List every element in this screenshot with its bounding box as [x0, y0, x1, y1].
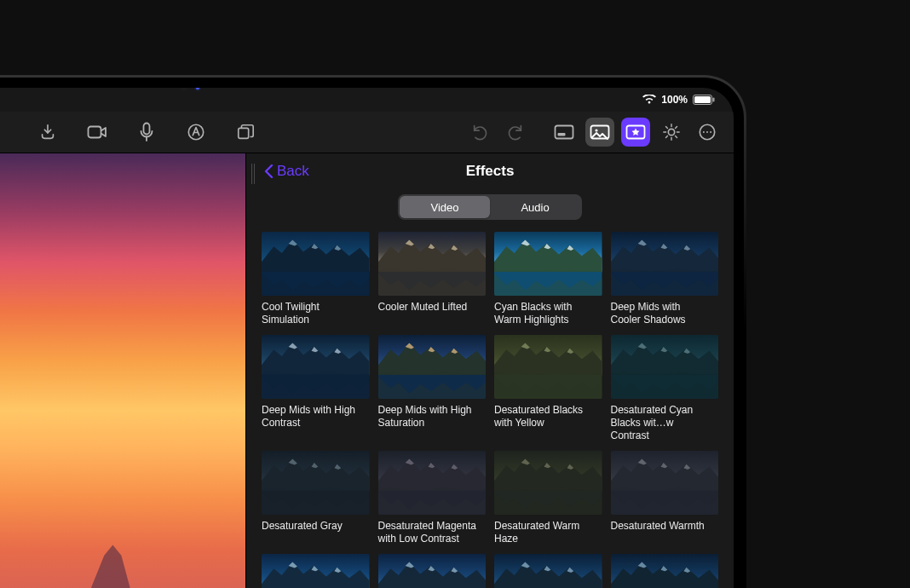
screen: 100%	[0, 88, 734, 588]
effect-thumbnail[interactable]	[611, 451, 719, 515]
effect-cell[interactable]: Desaturated Warmth	[611, 451, 719, 545]
svg-rect-4	[144, 124, 150, 135]
svg-point-12	[668, 129, 674, 135]
chevron-left-icon	[263, 164, 274, 179]
effect-thumbnail[interactable]	[494, 554, 602, 588]
svg-point-10	[595, 129, 597, 131]
effect-thumbnail[interactable]	[494, 335, 602, 399]
wifi-icon	[642, 95, 656, 105]
back-label: Back	[277, 163, 309, 180]
color-wheel-button[interactable]	[657, 118, 686, 147]
status-bar: 100%	[0, 88, 734, 112]
effects-button[interactable]	[621, 118, 650, 147]
effect-cell[interactable]: Desaturated Cyan Blacks wit…w Contrast	[611, 335, 719, 442]
effect-cell[interactable]: Deep Mids with High Contrast	[262, 335, 370, 442]
effect-cell[interactable]: Cooler Muted Lifted	[378, 232, 487, 326]
effect-thumbnail[interactable]	[611, 335, 719, 399]
svg-line-17	[665, 126, 667, 128]
more-button[interactable]	[693, 118, 722, 147]
battery-text: 100%	[661, 94, 688, 106]
caption-card-button[interactable]	[550, 118, 579, 147]
effect-label: Cooler Muted Lifted	[378, 301, 481, 326]
effect-thumbnail[interactable]	[378, 451, 487, 515]
svg-line-20	[676, 126, 677, 128]
svg-rect-1	[694, 96, 711, 103]
effect-thumbnail[interactable]	[262, 335, 370, 399]
effects-segment: Video Audio	[398, 194, 582, 220]
effect-thumbnail[interactable]	[262, 451, 370, 515]
effect-cell[interactable]	[378, 554, 487, 588]
effect-label: Desaturated Gray	[262, 520, 364, 545]
svg-rect-8	[558, 133, 566, 136]
stack-layers-button[interactable]	[231, 118, 260, 147]
back-button[interactable]: Back	[263, 163, 309, 180]
svg-rect-7	[556, 126, 573, 139]
effect-thumbnail[interactable]	[262, 554, 370, 588]
microphone-button[interactable]	[132, 118, 161, 147]
svg-point-23	[706, 131, 708, 133]
effect-cell[interactable]: Deep Mids with Cooler Shadows	[611, 232, 719, 326]
content-area: 46 %	[0, 153, 734, 588]
import-button[interactable]	[33, 118, 62, 147]
viewer: 46 %	[0, 153, 245, 588]
effect-thumbnail[interactable]	[378, 335, 487, 399]
top-toolbar	[0, 112, 734, 153]
svg-point-24	[710, 131, 711, 133]
svg-rect-2	[713, 98, 715, 102]
effect-thumbnail[interactable]	[494, 232, 602, 296]
effect-cell[interactable]: Deep Mids with High Saturation	[378, 335, 487, 442]
front-camera-cluster	[139, 88, 241, 96]
effect-label: Cyan Blacks with Warm Highlights	[494, 301, 596, 326]
svg-rect-3	[89, 127, 101, 138]
effect-label: Deep Mids with Cooler Shadows	[611, 301, 713, 326]
effect-label: Desaturated Warmth	[611, 520, 713, 545]
effect-thumbnail[interactable]	[262, 232, 370, 296]
effect-cell[interactable]: Cyan Blacks with Warm Highlights	[494, 232, 602, 326]
effect-label: Cool Twilight Simulation	[262, 301, 364, 326]
svg-rect-6	[239, 128, 249, 138]
effects-grid: Cool Twilight Simulation Cooler Muted Li…	[262, 232, 718, 588]
effect-thumbnail[interactable]	[378, 232, 487, 296]
effect-thumbnail[interactable]	[378, 554, 487, 588]
viewer-image	[0, 153, 245, 588]
svg-line-18	[676, 136, 677, 138]
effect-thumbnail[interactable]	[611, 232, 719, 296]
camera-button[interactable]	[83, 118, 112, 147]
title-draw-button[interactable]	[181, 118, 210, 147]
redo-button[interactable]	[500, 118, 529, 147]
effect-label: Desaturated Warm Haze	[494, 520, 596, 545]
effect-cell[interactable]	[262, 554, 370, 588]
effect-cell[interactable]: Desaturated Magenta with Low Contrast	[378, 451, 487, 545]
svg-point-22	[703, 131, 705, 133]
effect-cell[interactable]: Desaturated Blacks with Yellow	[494, 335, 602, 442]
panel-title: Effects	[246, 163, 734, 180]
effect-cell[interactable]	[494, 554, 602, 588]
effect-cell[interactable]: Desaturated Gray	[262, 451, 370, 545]
segment-audio[interactable]: Audio	[490, 196, 580, 218]
effects-panel: Back Effects Video Audio	[245, 153, 734, 588]
effect-label: Desaturated Cyan Blacks wit…w Contrast	[611, 404, 713, 442]
effect-label: Desaturated Blacks with Yellow	[494, 404, 596, 429]
battery-icon	[693, 95, 715, 105]
effect-label: Deep Mids with High Contrast	[262, 404, 364, 429]
undo-button[interactable]	[466, 118, 495, 147]
segment-video[interactable]: Video	[400, 196, 490, 218]
effect-cell[interactable]: Desaturated Warm Haze	[494, 451, 602, 545]
effect-label: Deep Mids with High Saturation	[378, 404, 481, 429]
svg-line-19	[665, 136, 667, 138]
photo-button[interactable]	[585, 118, 614, 147]
effect-cell[interactable]	[611, 554, 719, 588]
effect-cell[interactable]: Cool Twilight Simulation	[262, 232, 370, 326]
effect-thumbnail[interactable]	[611, 554, 719, 588]
device-frame: 100%	[0, 75, 746, 588]
effect-thumbnail[interactable]	[494, 451, 602, 515]
effect-label: Desaturated Magenta with Low Contrast	[378, 520, 481, 545]
